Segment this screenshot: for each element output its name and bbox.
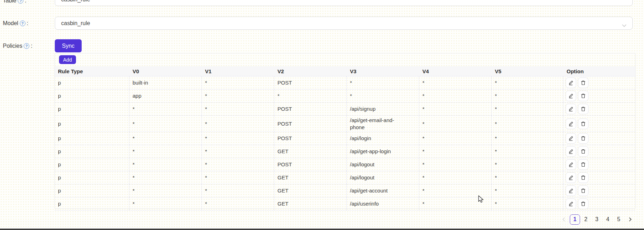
chevron-right-icon (628, 217, 632, 222)
edit-button[interactable] (566, 133, 576, 144)
edit-pencil-icon (568, 162, 574, 167)
cell-v5: * (492, 145, 563, 158)
cell-v1: * (202, 132, 274, 145)
cell-v2: POST (274, 116, 347, 132)
cell-v0: * (129, 171, 202, 184)
edit-pencil-icon (568, 201, 574, 207)
table-row: p built-in * POST * * * (55, 76, 635, 90)
column-header-option: Option (563, 66, 635, 76)
delete-button[interactable] (578, 185, 589, 196)
cell-v1: * (202, 158, 274, 171)
policy-table-header: Rule Type V0 V1 V2 V3 V4 V5 Option (55, 66, 635, 76)
trash-icon (580, 93, 586, 99)
cell-option (563, 76, 635, 89)
edit-button[interactable] (566, 172, 576, 183)
cell-v4: * (419, 145, 492, 158)
cell-v2: GET (274, 184, 347, 197)
cell-v1: * (202, 171, 274, 184)
delete-button[interactable] (578, 77, 589, 88)
model-select-value: casbin_rule (61, 20, 90, 27)
delete-button[interactable] (578, 91, 589, 101)
edit-button[interactable] (566, 185, 576, 196)
cell-v4: * (419, 103, 492, 115)
table-input[interactable] (55, 0, 633, 6)
help-icon[interactable]: ? (18, 0, 23, 4)
cell-option (563, 145, 635, 158)
pagination-prev-button[interactable] (558, 214, 569, 225)
cell-v0: * (129, 116, 202, 132)
cell-v2: GET (274, 197, 347, 210)
pagination-page-button[interactable]: 4 (603, 214, 613, 225)
cell-option (563, 171, 635, 184)
trash-icon (580, 201, 586, 207)
pagination-page-button[interactable]: 3 (592, 214, 602, 225)
cell-v3: /api/login (347, 132, 419, 145)
cell-rule-type: p (55, 116, 129, 132)
column-header-v1: V1 (202, 66, 274, 76)
delete-button[interactable] (578, 172, 589, 183)
pagination-page-button[interactable]: 1 (570, 214, 580, 225)
edit-button[interactable] (566, 199, 576, 209)
edit-pencil-icon (568, 93, 574, 99)
cell-v4: * (419, 158, 492, 171)
edit-button[interactable] (566, 77, 576, 88)
cell-v4: * (419, 184, 492, 197)
edit-button[interactable] (566, 91, 576, 101)
sync-button[interactable]: Sync (55, 39, 82, 52)
cell-v3: /api/logout (347, 171, 419, 184)
cell-v4: * (419, 197, 492, 210)
add-button[interactable]: Add (59, 55, 76, 64)
cell-v3: /api/get-app-login (347, 145, 419, 158)
policy-table: Rule Type V0 V1 V2 V3 V4 V5 Option p bui… (55, 66, 635, 211)
cell-v5: * (492, 158, 563, 171)
edit-pencil-icon (568, 136, 574, 141)
column-header-v3: V3 (347, 66, 419, 76)
cell-v2: GET (274, 171, 347, 184)
cell-v3: /api/logout (347, 158, 419, 171)
column-header-v5: V5 (492, 66, 563, 76)
cell-option (563, 90, 635, 102)
cell-v1: * (202, 184, 274, 197)
edit-button[interactable] (566, 104, 576, 114)
cell-v4: * (419, 132, 492, 145)
cell-v4: * (419, 171, 492, 184)
pagination-page-button[interactable]: 2 (581, 214, 591, 225)
cell-v1: * (202, 145, 274, 158)
cell-v4: * (419, 76, 492, 89)
delete-button[interactable] (578, 133, 589, 144)
cell-rule-type: p (55, 90, 129, 102)
trash-icon (580, 188, 586, 194)
delete-button[interactable] (578, 199, 589, 209)
cell-option (563, 103, 635, 115)
table-row: p * * POST /api/get-email-and-phone * * (55, 116, 635, 132)
cell-rule-type: p (55, 197, 129, 210)
pagination-page-button[interactable]: 5 (614, 214, 624, 225)
edit-button[interactable] (566, 119, 576, 129)
edit-button[interactable] (566, 146, 576, 157)
edit-button[interactable] (566, 159, 576, 170)
model-select[interactable]: casbin_rule (55, 17, 633, 30)
cell-v2: POST (274, 158, 347, 171)
help-icon[interactable]: ? (24, 43, 29, 49)
column-header-v4: V4 (419, 66, 492, 76)
cell-v5: * (492, 132, 563, 145)
cell-v2: POST (274, 103, 347, 115)
cell-v1: * (202, 197, 274, 210)
cell-v0: * (129, 158, 202, 171)
delete-button[interactable] (578, 119, 589, 129)
table-row: p * * GET /api/userinfo * * (55, 197, 635, 211)
cell-v3: /api/get-account (347, 184, 419, 197)
delete-button[interactable] (578, 146, 589, 157)
delete-button[interactable] (578, 159, 589, 170)
model-field-label: Model ? : (3, 20, 28, 27)
model-label-text: Model (3, 20, 18, 27)
cell-v3: /api/signup (347, 103, 419, 115)
cell-option (563, 158, 635, 171)
cell-v0: * (129, 103, 202, 115)
table-row: p * * POST /api/login * * (55, 132, 635, 145)
delete-button[interactable] (578, 104, 589, 114)
help-icon[interactable]: ? (20, 21, 25, 26)
cell-v0: app (129, 90, 202, 102)
cell-v2: * (274, 90, 347, 102)
pagination-next-button[interactable] (625, 214, 635, 225)
